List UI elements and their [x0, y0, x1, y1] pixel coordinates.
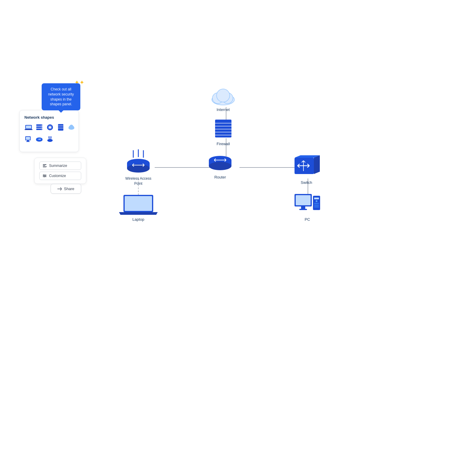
pc-node: PC: [294, 193, 321, 222]
summarize-label: Summarize: [49, 164, 67, 168]
svg-point-21: [70, 125, 73, 128]
callout-text: Check out all network security shapes in…: [48, 87, 74, 106]
svg-point-98: [316, 200, 317, 202]
laptop-node: Laptop: [119, 193, 158, 222]
svg-rect-100: [314, 205, 319, 206]
customize-icon: [43, 174, 47, 178]
svg-rect-99: [314, 203, 319, 204]
svg-rect-91: [125, 196, 152, 211]
shape-desktop-small[interactable]: [24, 135, 33, 145]
svg-rect-101: [314, 206, 319, 207]
svg-point-42: [45, 176, 46, 176]
shape-switch-small[interactable]: [46, 123, 54, 133]
shapes-grid: [24, 123, 74, 145]
svg-point-62: [209, 162, 231, 170]
actions-panel: Summarize Customize: [34, 158, 86, 184]
svg-rect-37: [43, 167, 46, 167]
share-icon: [57, 187, 62, 191]
laptop-icon: [119, 193, 158, 217]
internet-icon: [208, 88, 238, 107]
laptop-label: Laptop: [132, 217, 144, 222]
svg-rect-25: [26, 141, 30, 142]
internet-node: Internet: [208, 88, 238, 112]
svg-point-53: [217, 89, 230, 102]
svg-point-74: [127, 164, 150, 173]
firewall-label: Firewall: [217, 142, 230, 146]
svg-point-43: [44, 176, 45, 177]
svg-point-31: [47, 139, 53, 142]
svg-point-7: [41, 127, 42, 128]
svg-rect-23: [26, 137, 30, 140]
shape-wap-small[interactable]: [46, 135, 54, 145]
svg-rect-97: [314, 198, 319, 199]
firewall-icon: [214, 119, 233, 140]
share-button[interactable]: Share: [51, 184, 81, 194]
router-label: Router: [214, 175, 226, 179]
svg-point-6: [41, 125, 42, 126]
shape-router-small[interactable]: [35, 135, 43, 145]
pc-label: PC: [305, 217, 310, 222]
svg-rect-24: [27, 140, 29, 141]
diagram-canvas: [0, 0, 476, 476]
shape-laptop[interactable]: [24, 123, 33, 133]
summarize-button[interactable]: Summarize: [39, 162, 81, 170]
summarize-icon: [43, 164, 47, 168]
wap-label: Wireless AccessPoint: [125, 176, 151, 186]
pc-icon: [294, 193, 321, 217]
shapes-panel-title: Network shapes: [24, 115, 74, 120]
svg-rect-36: [43, 165, 45, 166]
shape-server[interactable]: [35, 123, 43, 133]
wap-node: Wireless AccessPoint: [119, 149, 158, 186]
share-label: Share: [64, 187, 74, 191]
router-icon: [208, 155, 232, 173]
svg-rect-94: [301, 206, 305, 209]
svg-rect-35: [43, 164, 46, 165]
shapes-panel: Network shapes: [19, 110, 79, 152]
svg-rect-2: [26, 126, 31, 129]
wap-icon: [119, 149, 158, 176]
customize-label: Customize: [49, 174, 66, 178]
firewall-node: Firewall: [214, 119, 233, 146]
switch-icon: [293, 155, 320, 178]
svg-point-8: [41, 129, 42, 130]
customize-button[interactable]: Customize: [39, 172, 81, 180]
internet-label: Internet: [217, 107, 230, 112]
svg-rect-54: [215, 120, 231, 137]
svg-rect-1: [25, 129, 32, 130]
svg-rect-93: [296, 195, 311, 205]
svg-point-41: [43, 175, 44, 176]
switch-label: Switch: [301, 180, 312, 185]
shape-cloud-small[interactable]: [67, 123, 76, 133]
svg-rect-14: [58, 124, 63, 131]
shape-firewall-small[interactable]: [57, 123, 65, 133]
svg-rect-95: [299, 209, 307, 210]
switch-node: Switch: [293, 155, 320, 185]
router-node: Router: [208, 155, 232, 179]
callout-tooltip: Check out all network security shapes in…: [42, 83, 80, 110]
